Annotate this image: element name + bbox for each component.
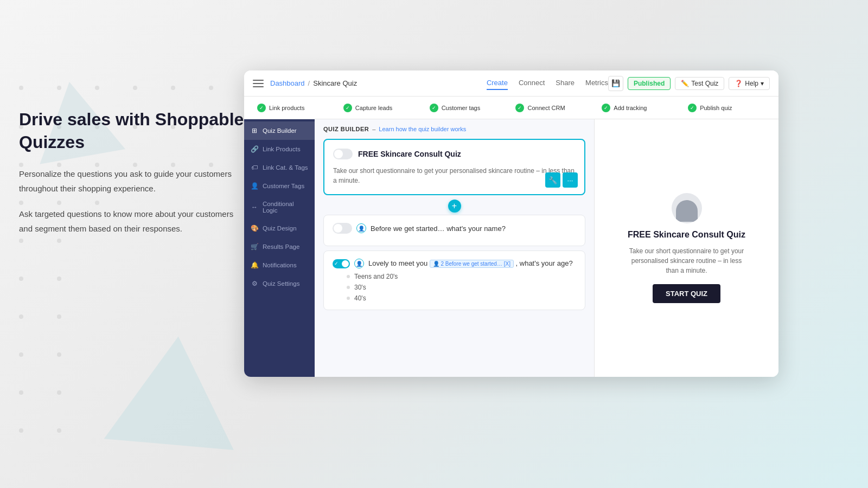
top-nav: Dashboard / Skincare Quiz Create Connect… xyxy=(244,70,778,97)
question-2-toggle[interactable]: ✓ xyxy=(333,259,350,268)
bullet-3 xyxy=(347,297,350,300)
sidebar-item-quiz-settings-label: Quiz Settings xyxy=(263,280,299,287)
preview-avatar xyxy=(672,193,702,223)
quiz-more-button[interactable]: ··· xyxy=(563,172,578,188)
quiz-card-actions: 🔧 ··· xyxy=(545,172,578,188)
avatar-shape xyxy=(676,200,698,222)
quiz-intro-card: FREE Skincare Consult Quiz Take our shor… xyxy=(323,139,585,195)
answer-options: Teens and 20's 30's 40's xyxy=(333,273,576,302)
sidebar-item-link-products[interactable]: 🔗 Link Products xyxy=(244,140,315,158)
settings-icon: ⚙ xyxy=(251,280,258,287)
test-quiz-button[interactable]: ✏️ Test Quiz xyxy=(675,77,724,90)
answer-label-3: 40's xyxy=(354,294,366,302)
paragraph-2: Ask targeted questions to know more abou… xyxy=(19,207,247,236)
menu-icon[interactable] xyxy=(253,80,264,87)
progress-bar: ✓ Link products ✓ Capture leads ✓ Custom… xyxy=(244,97,778,119)
breadcrumb-dashboard[interactable]: Dashboard xyxy=(270,79,305,87)
person-icon: 👤 xyxy=(251,182,258,190)
paragraph-1: Personalize the questions you ask to gui… xyxy=(19,166,247,196)
quiz-builder-header: QUIZ BUILDER – Learn how the quiz builde… xyxy=(323,126,585,132)
question-card-2: ✓ 👤 Lovely to meet you 👤 2 Before we get… xyxy=(323,251,585,310)
main-headline: Drive sales with Shoppable Quizzes xyxy=(19,108,247,153)
quiz-card-header: FREE Skincare Consult Quiz xyxy=(333,149,576,159)
link-icon: 🔗 xyxy=(251,145,258,153)
sidebar-item-link-products-label: Link Products xyxy=(263,146,301,152)
sidebar-item-quiz-design-label: Quiz Design xyxy=(263,225,297,232)
check-icon-customer-tags: ✓ xyxy=(430,104,438,112)
tab-metrics[interactable]: Metrics xyxy=(585,76,608,90)
progress-capture-leads-label: Capture leads xyxy=(355,105,393,111)
person-icon-q2: 👤 xyxy=(354,259,364,268)
shape-bottom-left xyxy=(104,331,244,450)
progress-customer-tags-label: Customer tags xyxy=(442,105,481,111)
progress-connect-crm: ✓ Connect CRM xyxy=(511,104,597,112)
quiz-toggle[interactable] xyxy=(333,149,353,159)
quiz-card-desc: Take our short questionnaire to get your… xyxy=(333,166,576,185)
progress-link-products-label: Link products xyxy=(269,105,304,111)
sidebar-item-notifications-label: Notifications xyxy=(263,262,297,268)
save-button[interactable]: 💾 xyxy=(608,76,623,91)
help-icon: ❓ xyxy=(735,80,743,87)
progress-add-tracking: ✓ Add tracking xyxy=(597,104,684,112)
ref-tag[interactable]: 👤 2 Before we get started… [X] xyxy=(430,260,514,268)
content-panel: QUIZ BUILDER – Learn how the quiz builde… xyxy=(315,119,778,377)
test-quiz-label: Test Quiz xyxy=(691,80,718,87)
preview-mockup: FREE Skincare Consult Quiz Take our shor… xyxy=(627,193,746,303)
help-label: Help xyxy=(745,80,758,87)
check-icon-connect-crm: ✓ xyxy=(515,104,524,112)
preview-desc: Take our short questionnaire to get your… xyxy=(627,246,746,275)
start-quiz-button[interactable]: START QUIZ xyxy=(653,284,720,303)
check-icon-capture-leads: ✓ xyxy=(343,104,352,112)
add-question-button[interactable]: + xyxy=(448,200,461,213)
tab-create[interactable]: Create xyxy=(487,76,508,90)
question-1-header: 👤 Before we get started… what's your nam… xyxy=(333,223,576,234)
question-1-toggle[interactable] xyxy=(333,223,352,234)
sidebar-item-customer-tags[interactable]: 👤 Customer Tags xyxy=(244,177,315,195)
progress-customer-tags: ✓ Customer tags xyxy=(425,104,512,112)
nav-actions: 💾 Published ✏️ Test Quiz ❓ Help ▾ xyxy=(608,76,770,91)
person-icon-q1: 👤 xyxy=(356,223,366,233)
answer-label-1: Teens and 20's xyxy=(354,273,398,280)
breadcrumb-separator: / xyxy=(308,79,310,87)
sidebar-item-results-page[interactable]: 🛒 Results Page xyxy=(244,237,315,256)
sidebar-item-conditional-logic[interactable]: ↔ Conditional Logic xyxy=(244,195,315,219)
tag-icon: 🏷 xyxy=(251,164,258,171)
help-button[interactable]: ❓ Help ▾ xyxy=(729,77,770,90)
logic-icon: ↔ xyxy=(251,203,258,211)
nav-tabs: Create Connect Share Metrics xyxy=(487,76,608,90)
sidebar-item-quiz-builder[interactable]: ⊞ Quiz Builder xyxy=(244,121,315,140)
dash-separator: – xyxy=(372,126,375,132)
quiz-builder-title: QUIZ BUILDER xyxy=(323,126,369,132)
preview-panel: FREE Skincare Consult Quiz Take our shor… xyxy=(594,119,778,377)
quiz-edit-button[interactable]: 🔧 xyxy=(545,172,560,188)
add-btn-row: + xyxy=(323,200,585,213)
quiz-builder-area: QUIZ BUILDER – Learn how the quiz builde… xyxy=(315,119,594,377)
left-section: Drive sales with Shoppable Quizzes Perso… xyxy=(19,108,247,247)
sidebar-item-quiz-settings[interactable]: ⚙ Quiz Settings xyxy=(244,274,315,293)
question-2-header: ✓ 👤 Lovely to meet you 👤 2 Before we get… xyxy=(333,259,576,268)
tab-connect[interactable]: Connect xyxy=(519,76,545,90)
progress-connect-crm-label: Connect CRM xyxy=(527,105,565,111)
sidebar-item-link-cat-tags-label: Link Cat. & Tags xyxy=(263,164,308,171)
progress-publish-quiz: ✓ Publish quiz xyxy=(684,104,770,112)
progress-link-products: ✓ Link products xyxy=(253,104,339,112)
cart-icon: 🛒 xyxy=(251,243,258,251)
check-mark: ✓ xyxy=(334,261,339,266)
sidebar-item-link-cat-tags[interactable]: 🏷 Link Cat. & Tags xyxy=(244,158,315,177)
breadcrumb-current: Skincare Quiz xyxy=(313,79,357,87)
question-2-text: Lovely to meet you 👤 2 Before we get sta… xyxy=(368,259,573,268)
check-icon-add-tracking: ✓ xyxy=(602,104,610,112)
sidebar: ⊞ Quiz Builder 🔗 Link Products 🏷 Link Ca… xyxy=(244,119,315,377)
sidebar-item-notifications[interactable]: 🔔 Notifications xyxy=(244,256,315,274)
sidebar-item-quiz-design[interactable]: 🎨 Quiz Design xyxy=(244,219,315,237)
check-icon-link-products: ✓ xyxy=(257,104,266,112)
learn-link[interactable]: Learn how the quiz builder works xyxy=(379,126,466,132)
sidebar-item-quiz-builder-label: Quiz Builder xyxy=(263,127,297,134)
design-icon: 🎨 xyxy=(251,224,258,232)
published-button[interactable]: Published xyxy=(628,77,671,90)
quiz-card-title: FREE Skincare Consult Quiz xyxy=(358,150,461,158)
check-icon-publish-quiz: ✓ xyxy=(688,104,697,112)
tab-share[interactable]: Share xyxy=(556,76,575,90)
answer-label-2: 30's xyxy=(354,284,366,291)
app-window: Dashboard / Skincare Quiz Create Connect… xyxy=(244,70,778,377)
